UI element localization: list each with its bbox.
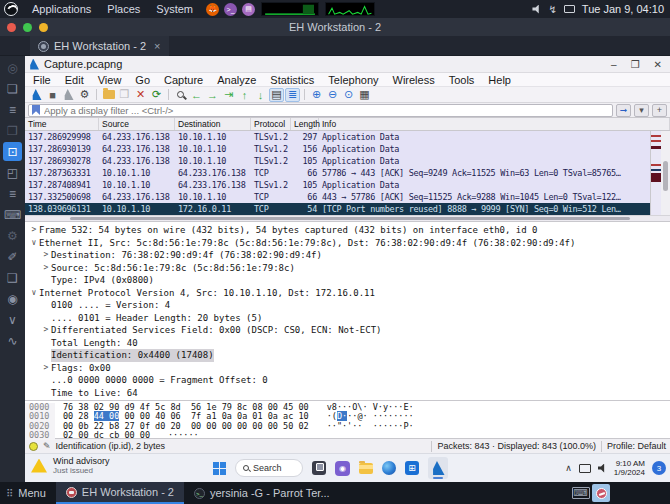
detail-line[interactable]: ∨Internet Protocol Version 4, Src: 10.10…	[25, 287, 670, 300]
first-packet-icon[interactable]: ↑	[237, 88, 252, 102]
find-packet-icon[interactable]	[173, 88, 188, 102]
packet-row-selected[interactable]: 138.03969613110.10.1.10172.16.0.11TCP54[…	[25, 203, 670, 215]
scaled-mode-icon[interactable]: ⊡	[3, 142, 22, 161]
edit-comment-icon[interactable]: ✎	[43, 441, 51, 451]
close-window-button[interactable]	[7, 23, 16, 32]
notification-badge[interactable]: 3	[652, 461, 666, 475]
bookmark-icon[interactable]	[32, 105, 40, 115]
detail-line[interactable]: 0100 .... = Version: 4	[25, 299, 670, 312]
firefox-icon[interactable]: 🦊	[206, 3, 219, 16]
tray-volume-icon[interactable]	[598, 464, 607, 473]
zoom-in-icon[interactable]: ⊕	[309, 88, 324, 102]
add-filter-button[interactable]: +	[652, 104, 667, 117]
packet-list-scrollbar[interactable]	[661, 131, 670, 215]
goto-packet-icon[interactable]: ⇥	[221, 88, 236, 102]
net-graph[interactable]	[325, 2, 375, 16]
restart-capture-icon[interactable]	[61, 88, 76, 102]
detail-line[interactable]: Time to Live: 64	[25, 387, 670, 400]
packet-row[interactable]: 137.28692999864.233.176.13810.10.1.10TLS…	[25, 131, 670, 143]
wireshark-taskbar-icon[interactable]	[428, 457, 448, 479]
last-packet-icon[interactable]: ↓	[253, 88, 268, 102]
packet-row[interactable]: 137.28693013964.233.176.13810.10.1.10TLS…	[25, 143, 670, 155]
grab-keyboard-icon[interactable]: ⌨	[3, 205, 22, 224]
disconnect-icon[interactable]: ∿	[3, 331, 22, 350]
col-protocol[interactable]: Protocol	[251, 118, 291, 130]
packet-row[interactable]: 137.28736333110.10.1.1064.233.176.138TCP…	[25, 167, 670, 179]
menu-analyze[interactable]: Analyze	[217, 74, 256, 86]
packet-row[interactable]: 137.33250069864.233.176.13810.10.1.10TCP…	[25, 191, 670, 203]
parrot-logo-icon[interactable]	[4, 2, 18, 16]
detail-line[interactable]: >Destination: 76:38:02:90:d9:4f (76:38:0…	[25, 249, 670, 262]
screenshot-icon[interactable]: ◉	[3, 289, 22, 308]
start-button[interactable]	[213, 462, 226, 475]
tray-chevron-icon[interactable]: ∧	[565, 463, 572, 473]
chat-icon[interactable]: ◉	[335, 461, 350, 476]
menu-telephony[interactable]: Telephony	[328, 74, 378, 86]
windows-clock[interactable]: 9:10 AM 1/9/2024	[614, 459, 645, 477]
files-icon[interactable]: ▤	[242, 3, 255, 16]
tab-eh-workstation[interactable]: EH Workstation - 2 ×	[30, 36, 169, 56]
system-menu[interactable]: System	[148, 0, 201, 18]
panel-clock[interactable]: Tue Jan 9, 04:10	[582, 3, 664, 15]
profile-status[interactable]: Profile: Default	[607, 441, 666, 451]
auto-fit-icon[interactable]: ◎	[3, 58, 22, 77]
col-source[interactable]: Source	[99, 118, 175, 130]
keyboard-layout-icon[interactable]: ⌨	[572, 487, 590, 499]
display-icon[interactable]	[564, 5, 575, 13]
terminal-icon[interactable]: >_	[224, 3, 237, 16]
maximize-button[interactable]: ❐	[631, 59, 640, 70]
col-length[interactable]: Length	[291, 118, 319, 130]
tray-active-app-icon[interactable]	[592, 484, 610, 502]
minimize-window-button[interactable]	[39, 23, 48, 32]
taskbar-window-eh-workstation[interactable]: EH Workstation - 2	[56, 482, 184, 504]
menu-view[interactable]: View	[98, 74, 122, 86]
multi-monitor-icon[interactable]: ❐	[3, 121, 22, 140]
detail-line[interactable]: >Frame 532: 54 bytes on wire (432 bits),…	[25, 224, 670, 237]
menu-button[interactable]: ⠿ Menu	[0, 482, 56, 504]
start-capture-icon[interactable]	[29, 88, 44, 102]
detail-line[interactable]: >Source: 5c:8d:56:1e:79:8c (5c:8d:56:1e:…	[25, 262, 670, 275]
fullscreen-icon[interactable]: ❏	[3, 79, 22, 98]
detail-line-selected[interactable]: Identification: 0x4400 (17408)	[25, 349, 670, 362]
col-destination[interactable]: Destination	[175, 118, 251, 130]
network-icon[interactable]: ↯	[548, 4, 556, 15]
task-view-icon[interactable]	[312, 461, 326, 475]
chevron-down-icon[interactable]: ∨	[3, 310, 22, 329]
open-file-icon[interactable]	[101, 88, 116, 102]
tray-network-icon[interactable]	[579, 464, 591, 473]
toolbar-lines-icon[interactable]: ≡	[3, 184, 22, 203]
detail-line[interactable]: ...0 0000 0000 0000 = Fragment Offset: 0	[25, 374, 670, 387]
filter-dropdown-button[interactable]: ▾	[634, 104, 649, 117]
expert-info-icon[interactable]	[29, 442, 38, 451]
detail-line[interactable]: Type: IPv4 (0x0800)	[25, 274, 670, 287]
menu-file[interactable]: File	[33, 74, 51, 86]
detail-line[interactable]: .... 0101 = Header Length: 20 bytes (5)	[25, 312, 670, 325]
col-info[interactable]: Info	[319, 118, 670, 130]
edge-icon[interactable]	[382, 461, 396, 475]
taskbar-window-yersinia[interactable]: >_ yersinia -G - Parrot Ter...	[184, 482, 340, 504]
menu-help[interactable]: Help	[488, 74, 511, 86]
tab-close-icon[interactable]: ×	[154, 40, 160, 52]
duplicate-icon[interactable]: ❑	[3, 268, 22, 287]
preferences-gear-icon[interactable]: ⚙	[3, 226, 22, 245]
applications-menu[interactable]: Applications	[24, 0, 99, 18]
menu-wireless[interactable]: Wireless	[393, 74, 435, 86]
stop-capture-icon[interactable]: ■	[45, 88, 60, 102]
colorize-icon[interactable]: ≣	[285, 88, 300, 102]
minimize-button[interactable]: –	[611, 59, 617, 70]
menu-edit[interactable]: Edit	[65, 74, 84, 86]
detail-line[interactable]: Total Length: 40	[25, 337, 670, 350]
display-filter-input[interactable]	[44, 105, 609, 116]
apply-filter-button[interactable]: ➞	[616, 104, 631, 117]
places-menu[interactable]: Places	[99, 0, 148, 18]
toolbar-lines-icon[interactable]: ≡	[3, 100, 22, 119]
store-icon[interactable]: ⊞	[405, 461, 419, 475]
zoom-out-icon[interactable]: ⊖	[325, 88, 340, 102]
capture-options-icon[interactable]: ⚙	[77, 88, 92, 102]
packet-row[interactable]: 137.28740894110.10.1.1064.233.176.138TLS…	[25, 179, 670, 191]
search-box[interactable]: Search	[235, 459, 303, 477]
autoscroll-icon[interactable]: ▤	[269, 88, 284, 102]
save-icon[interactable]: ❒	[117, 88, 132, 102]
packet-row[interactable]: 137.28693027864.233.176.13810.10.1.10TLS…	[25, 155, 670, 167]
zoom-reset-icon[interactable]: ⊙	[341, 88, 356, 102]
